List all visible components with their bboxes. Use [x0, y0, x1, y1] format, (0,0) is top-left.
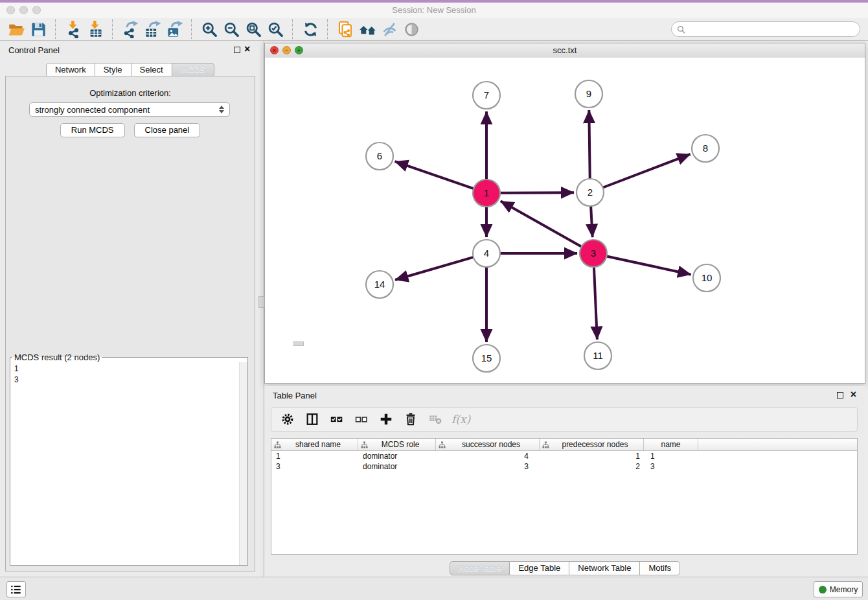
tab-select[interactable]: Select	[131, 63, 172, 77]
open-session-button[interactable]	[5, 19, 27, 40]
mcds-result-item[interactable]: 1	[14, 363, 236, 375]
graph-edge-4-14[interactable]	[395, 257, 474, 280]
refresh-view-button[interactable]	[299, 19, 321, 40]
column-header-successor-nodes[interactable]: successor nodes	[436, 439, 540, 450]
graph-edge-2-8[interactable]	[603, 154, 691, 188]
column-header-predecessor-nodes[interactable]: predecessor nodes	[540, 439, 644, 450]
export-network-button[interactable]	[119, 19, 141, 40]
cell-mcds-role[interactable]: dominator	[358, 461, 436, 472]
save-session-button[interactable]	[27, 19, 49, 40]
memory-label: Memory	[830, 585, 858, 594]
horizontal-splitter-handle[interactable]	[293, 341, 304, 346]
graph-node-2[interactable]: 2	[577, 179, 604, 206]
cell-successor-nodes[interactable]: 4	[436, 451, 540, 461]
memory-status-icon	[819, 586, 827, 594]
search-input[interactable]	[689, 24, 854, 34]
graph-edge-1-2[interactable]	[500, 192, 574, 193]
table-row[interactable]: 3 dominator 3 2 3	[271, 461, 857, 472]
network-window-titlebar[interactable]: × − + scc.txt	[265, 43, 865, 58]
graph-edge-3-11[interactable]	[594, 267, 597, 340]
close-table-panel-button[interactable]: ×	[851, 388, 856, 401]
graph-node-10[interactable]: 10	[693, 264, 720, 292]
tab-motifs[interactable]: Motifs	[640, 561, 680, 575]
graph-edge-3-1[interactable]	[501, 201, 582, 246]
zoom-selected-button[interactable]	[264, 19, 286, 40]
clone-network-button[interactable]	[334, 19, 356, 40]
zoom-fit-button[interactable]	[242, 19, 264, 40]
memory-button[interactable]: Memory	[814, 581, 863, 597]
graph-node-1[interactable]: 1	[473, 179, 500, 207]
graph-node-14[interactable]: 14	[366, 271, 393, 298]
tab-node-table[interactable]: Node Table	[450, 561, 510, 575]
tab-network[interactable]: Network	[46, 63, 95, 77]
import-network-button[interactable]	[62, 19, 84, 40]
run-mcds-button[interactable]: Run MCDS	[60, 123, 125, 137]
tab-mcds[interactable]: MCDS	[172, 63, 214, 77]
graph-node-4[interactable]: 4	[473, 240, 500, 267]
tab-network-table[interactable]: Network Table	[569, 561, 640, 575]
hide-details-button[interactable]	[378, 19, 400, 40]
function-builder-button-disabled: f(x)	[451, 413, 470, 426]
result-scrollbar[interactable]	[239, 362, 247, 565]
mcds-result-item[interactable]: 3	[14, 375, 236, 386]
graph-edge-3-10[interactable]	[607, 256, 691, 274]
column-header-shared-name[interactable]: shared name	[271, 439, 358, 450]
cell-mcds-role[interactable]: dominator	[358, 451, 436, 461]
cell-shared-name[interactable]: 1	[271, 451, 358, 461]
select-all-rows-button[interactable]	[326, 410, 348, 429]
table-tabs: Node Table Edge Table Network Table Moti…	[264, 561, 865, 575]
column-header-name[interactable]: name	[644, 439, 698, 450]
cell-predecessor-nodes[interactable]: 2	[540, 461, 644, 472]
graph-node-3[interactable]: 3	[580, 240, 607, 267]
close-panel-button[interactable]: ×	[244, 43, 250, 56]
graph-node-6[interactable]: 6	[366, 143, 393, 170]
graph-node-11[interactable]: 11	[584, 342, 611, 369]
app-titlebar: Session: New Session	[0, 3, 868, 18]
graph-node-15[interactable]: 15	[473, 345, 500, 372]
graph-edge-1-6[interactable]	[395, 161, 474, 189]
show-all-networks-button[interactable]	[356, 19, 378, 40]
graph-node-7[interactable]: 7	[473, 82, 500, 109]
show-details-button[interactable]	[400, 19, 422, 40]
graph-node-8[interactable]: 8	[692, 135, 719, 162]
table-row[interactable]: 1 dominator 4 1 1	[271, 451, 857, 461]
float-panel-button[interactable]	[234, 47, 240, 53]
graph-node-9[interactable]: 9	[575, 80, 602, 108]
create-column-button[interactable]	[375, 410, 397, 429]
tab-style[interactable]: Style	[95, 63, 131, 77]
criterion-dropdown[interactable]: strongly connected component	[29, 102, 230, 117]
table-settings-button[interactable]	[277, 410, 299, 429]
network-canvas[interactable]: 7968124314101511	[265, 58, 865, 383]
zoom-out-button[interactable]	[220, 19, 242, 40]
search-field[interactable]	[671, 21, 860, 37]
import-table-button[interactable]	[84, 19, 106, 40]
mcds-result-list[interactable]: 1 3	[10, 362, 240, 565]
cell-successor-nodes[interactable]: 3	[436, 461, 540, 472]
show-columns-button[interactable]	[301, 410, 323, 429]
column-header-mcds-role[interactable]: MCDS role	[358, 439, 436, 450]
graph-edge-2-9[interactable]	[589, 110, 589, 179]
delete-column-button[interactable]	[400, 410, 422, 429]
mcds-result-group: MCDS result (2 nodes) 1 3	[10, 352, 248, 566]
attribute-icon	[439, 441, 446, 448]
cell-name[interactable]: 1	[644, 451, 698, 461]
cell-name[interactable]: 3	[644, 461, 698, 472]
svg-text:9: 9	[586, 88, 591, 99]
zoom-in-button[interactable]	[198, 19, 220, 40]
deselect-all-rows-button[interactable]	[350, 410, 372, 429]
float-table-panel-button[interactable]	[837, 392, 843, 398]
task-history-button[interactable]	[6, 581, 26, 597]
cell-predecessor-nodes[interactable]: 1	[540, 451, 644, 461]
eye-icon	[403, 21, 420, 38]
gear-icon	[280, 412, 295, 426]
export-table-button[interactable]	[141, 19, 163, 40]
node-table[interactable]: shared name MCDS role successor nodes	[271, 438, 858, 555]
tab-edge-table[interactable]: Edge Table	[510, 561, 569, 575]
attribute-icon	[274, 441, 281, 448]
graph-edge-2-3[interactable]	[591, 206, 593, 237]
control-panel: Control Panel × Network Style Select MCD…	[0, 41, 260, 577]
cell-shared-name[interactable]: 3	[271, 461, 358, 472]
export-image-button[interactable]	[163, 19, 185, 40]
close-mcds-panel-button[interactable]: Close panel	[134, 123, 201, 137]
network-graph[interactable]: 7968124314101511	[265, 58, 865, 383]
